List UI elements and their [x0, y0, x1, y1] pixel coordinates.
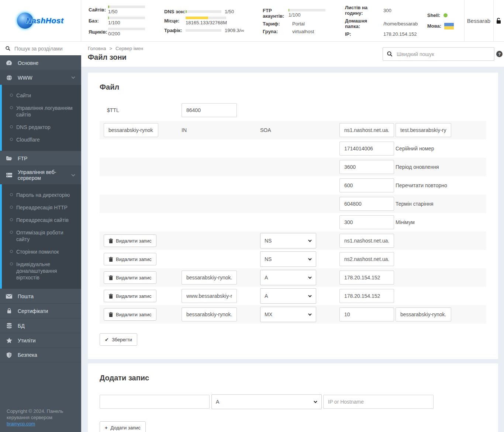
stat-space: Місце: 18165.133/32768M [164, 17, 244, 25]
expire-input[interactable] [339, 197, 394, 211]
logo-cell: NashHost [0, 0, 81, 42]
new-record-name-input[interactable] [100, 395, 210, 409]
brainycp-link[interactable]: brainycp.com [7, 421, 35, 426]
record-value-input[interactable] [339, 252, 394, 266]
nashhost-logo[interactable]: NashHost [17, 13, 63, 29]
record-value-input[interactable] [339, 234, 394, 248]
new-record-value-input[interactable] [323, 395, 434, 409]
sidebar-item-main[interactable]: Основне [0, 55, 81, 70]
sidebar-item-certificates[interactable]: Сертифікати [0, 303, 81, 318]
zone-table: $TTL IN SOA Серійний номер [100, 100, 486, 324]
sidebar-item-site-optimization[interactable]: Оптимізація роботи сайту [2, 226, 81, 245]
record-type-select[interactable]: NS [260, 251, 316, 267]
ttl-input[interactable] [182, 103, 237, 117]
soa-name-input[interactable] [104, 123, 158, 137]
delete-record-button[interactable]: Видалити запис [104, 253, 156, 265]
serial-input[interactable] [339, 142, 394, 156]
sidebar-item-sites[interactable]: Сайти [2, 89, 81, 102]
stat-dns-label: DNS зон: [164, 9, 186, 14]
record-type-select[interactable]: MX [260, 307, 316, 322]
sidebar-item-cloudflare[interactable]: Cloudflare [2, 133, 81, 146]
breadcrumb-current[interactable]: Сервер імен [115, 46, 143, 51]
save-button[interactable]: ✔ Зберегти [100, 333, 137, 346]
submenu-item-label: Індивідуальне доналаштування віртхостів [16, 261, 76, 281]
new-record-type-select[interactable]: A [211, 394, 322, 409]
add-record-form: A [100, 390, 486, 413]
stat-lang: Мова: [427, 23, 454, 29]
stat-bases-label: Баз: [89, 18, 108, 24]
sidebar-item-security[interactable]: Безпека [0, 348, 81, 362]
record-type-select[interactable]: A [260, 288, 316, 304]
ukraine-flag-icon[interactable] [444, 23, 454, 29]
retry-label: Перечитати повторно [396, 182, 447, 188]
sidebar-item-dir-password[interactable]: Пароль на директорію [2, 189, 81, 201]
submenu-item-label: Переадресація HTTP [16, 204, 68, 211]
content: Файл $TTL IN SOA Се [81, 67, 504, 432]
stat-dns-bar-fill [186, 10, 187, 13]
refresh-input[interactable] [339, 160, 394, 174]
quick-search-input[interactable] [397, 51, 490, 57]
bullet-icon [10, 231, 13, 234]
main-area: Головна > Сервер імен Файл зони ? Файл [81, 42, 504, 432]
submenu-item-label: Оптимізація роботи сайту [16, 229, 76, 243]
sidebar-search-input[interactable] [14, 46, 76, 52]
delete-record-button[interactable]: Видалити запис [104, 290, 156, 302]
sidebar-item-mail[interactable]: Пошта [0, 289, 81, 303]
sidebar-item-dns-editor[interactable]: DNS редактор [2, 121, 81, 133]
record-row-mx: Видалити запис MX [100, 305, 486, 324]
record-priority-input[interactable] [339, 307, 394, 321]
minimum-label: Мінімум [396, 219, 415, 225]
help-icon[interactable]: ? [496, 51, 503, 57]
sidebar-item-ftp[interactable]: FTP [0, 151, 81, 166]
stat-boxes: Ящиків: 0/200 [89, 28, 145, 36]
delete-record-button[interactable]: Видалити запис [104, 308, 156, 321]
add-record-button[interactable]: + Додати запис [100, 421, 146, 432]
stat-home-label: Домашня папка: [345, 18, 378, 29]
sidebar-item-vhost-custom[interactable]: Індивідуальне доналаштування віртхостів [2, 258, 81, 284]
stat-group-value: virtualhost [292, 29, 314, 34]
soa-primary-ns-input[interactable] [339, 123, 394, 137]
breadcrumb-home[interactable]: Головна [88, 46, 106, 51]
record-name-input[interactable] [182, 307, 237, 321]
record-value-input[interactable] [339, 289, 394, 303]
bullet-icon [10, 262, 13, 265]
stat-bases-bar [108, 17, 145, 19]
retry-input[interactable] [339, 178, 394, 192]
record-target-input[interactable] [396, 307, 451, 321]
sidebar-item-http-redirect[interactable]: Переадресація HTTP [2, 201, 81, 214]
delete-record-label: Видалити запис [116, 312, 151, 317]
record-row-a1: Видалити запис A [100, 268, 486, 287]
sidebar-item-error-pages[interactable]: Сторінки помилок [2, 245, 81, 258]
delete-record-button[interactable]: Видалити запис [104, 234, 156, 247]
stat-sites-value: 1/50 [108, 9, 145, 14]
soa-email-input[interactable] [396, 123, 451, 137]
stat-sites-bar-fill [108, 6, 109, 8]
delete-record-button[interactable]: Видалити запис [104, 271, 156, 284]
sidebar-item-site-logging[interactable]: Управління логуванням сайтів [2, 102, 81, 121]
sidebar-item-db[interactable]: БД [0, 318, 81, 333]
stat-boxes-value: 0/200 [108, 31, 145, 36]
serial-label: Серійний номер [396, 146, 434, 151]
refresh-label: Період оновлення [396, 164, 439, 170]
sidebar-item-site-redirect[interactable]: Переадресація сайтів [2, 214, 81, 226]
sidebar-item-label: Управління веб-сервером [18, 169, 66, 181]
unlock-icon [496, 18, 501, 24]
bullet-icon [10, 193, 13, 196]
record-name-input[interactable] [182, 271, 237, 285]
logout-button[interactable] [493, 0, 504, 42]
record-value-input[interactable] [339, 271, 394, 285]
stat-space-bar-fill [186, 17, 208, 19]
bullet-icon [10, 218, 13, 221]
minimum-input[interactable] [339, 215, 394, 229]
chevron-down-icon [71, 174, 75, 177]
record-name-input[interactable] [182, 289, 237, 303]
record-type-select[interactable]: A [260, 270, 316, 285]
sidebar-item-www[interactable]: WWW [0, 70, 81, 85]
record-type-select[interactable]: NS [260, 233, 316, 248]
stat-shell: Shell: [427, 13, 454, 18]
submenu-item-label: Переадресація сайтів [16, 217, 69, 223]
user-menu[interactable]: Bessarab [464, 0, 493, 42]
sidebar-item-webserver[interactable]: Управління веб-сервером [0, 166, 81, 184]
expire-label: Термін старіння [396, 201, 434, 207]
sidebar-item-utilities[interactable]: Утиліти [0, 333, 81, 348]
